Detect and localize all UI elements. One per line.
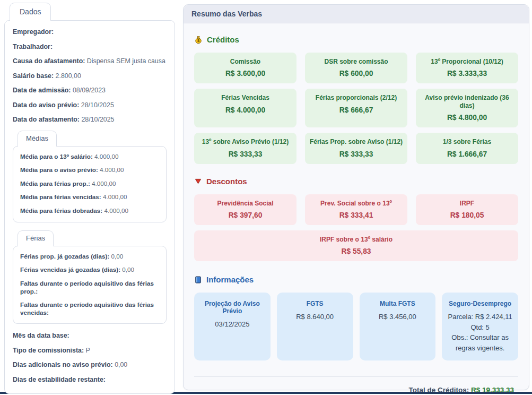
deduction-card-value: R$ 180,05 (420, 211, 514, 219)
info-card: FGTS R$ 8.640,00 (277, 293, 353, 360)
field-label: Mês da data base: (13, 332, 69, 339)
descontos-grid: Previdência Social R$ 397,60 Prev. Socia… (194, 194, 518, 262)
info-card-lines: 03/12/2025 (199, 319, 265, 330)
info-card-lines: Parcela: R$ 2.424,11Qtd: 5Obs.: Consulta… (447, 312, 513, 353)
field-value: 28/10/2025 (81, 116, 114, 123)
info-card-line: R$ 8.640,00 (282, 312, 348, 322)
credit-card-label: Férias Vencidas (198, 94, 292, 101)
info-card-title: Projeção do Aviso Prévio (199, 300, 265, 315)
ferias-box: Férias prop. já gozadas (dias): 0,00 Fér… (13, 246, 167, 324)
field-value: 4.000,00 (100, 166, 124, 173)
info-card-title: FGTS (282, 300, 348, 307)
credit-card-label: 1/3 sobre Férias (420, 138, 514, 145)
data-field-row: Mês da data base: (13, 332, 167, 340)
medias-box: Média para o 13º salário: 4.000,00 Média… (13, 146, 167, 222)
field-value: 4.000,00 (104, 207, 129, 214)
field-label: Data do afastamento: (13, 116, 80, 123)
info-card-line: Parcela: R$ 2.424,11 (447, 312, 513, 322)
deduction-card: IRPF sobre o 13º salário R$ 55,83 (194, 230, 518, 261)
deduction-card: Prev. Social sobre o 13º R$ 333,41 (305, 194, 407, 225)
field-value: 4.000,00 (94, 153, 119, 160)
ferias-group: Férias Férias prop. já gozadas (dias): 0… (13, 230, 167, 324)
data-field-row: Dias de estabilidade restante: (13, 376, 167, 384)
field-label: Férias vencidas já gozadas (dias): (20, 266, 120, 273)
extra-fields: Mês da data base: Tipo de comissionista:… (13, 332, 167, 384)
creditos-grid: Comissão R$ 3.600,00 DSR sobre comissão … (194, 53, 518, 164)
informacoes-grid: Projeção do Aviso Prévio 03/12/2025 FGTS… (194, 293, 518, 360)
credit-card-value: R$ 600,00 (309, 70, 403, 78)
info-card: Seguro-Desemprego Parcela: R$ 2.424,11Qt… (442, 293, 518, 360)
tab-ferias: Férias (18, 230, 54, 246)
data-field-row: Férias prop. já gozadas (dias): 0,00 (20, 253, 159, 261)
credit-card-label: Comissão (198, 58, 292, 65)
tab-medias: Médias (18, 131, 57, 147)
deduction-card-label: IRPF (420, 200, 514, 207)
field-label: Trabalhador: (13, 43, 53, 50)
field-value: 0,00 (115, 361, 127, 368)
data-field-row: Data do aviso prévio: 28/10/2025 (13, 101, 167, 110)
data-field-row: Média para férias prop.: 4.000,00 (20, 180, 159, 188)
field-label: Faltas durante o período aquisitivo das … (20, 301, 154, 316)
data-field-row: Média para férias dobradas: 4.000,00 (20, 207, 159, 215)
dados-fields: Empregador: Trabalhador: Causa do afasta… (13, 28, 167, 124)
field-label: Salário base: (13, 72, 54, 80)
field-value: 0,00 (111, 253, 123, 260)
data-field-row: Data de admissão: 08/09/2023 (13, 87, 167, 95)
descontos-section-header: Descontos (194, 177, 518, 186)
data-field-row: Dias adicionais no aviso prévio: 0,00 (13, 361, 167, 370)
data-field-row: Média para o 13º salário: 4.000,00 (20, 153, 159, 161)
credit-card-label: DSR sobre comissão (309, 58, 403, 65)
resumo-panel-title: Resumo das Verbas (184, 5, 529, 23)
credit-card: DSR sobre comissão R$ 600,00 (305, 53, 407, 83)
creditos-title: Créditos (207, 35, 239, 44)
field-label: Média para férias dobradas: (20, 207, 102, 214)
deduction-card-label: IRPF sobre o 13º salário (198, 236, 514, 243)
info-card: Projeção do Aviso Prévio 03/12/2025 (194, 293, 271, 360)
data-field-row: Média para férias vencidas: 4.000,00 (20, 193, 159, 201)
data-field-row: Empregador: (13, 28, 167, 37)
field-value: Dispensa SEM justa causa (87, 57, 165, 65)
credit-card-value: R$ 4.000,00 (198, 106, 292, 114)
field-value: 08/09/2023 (73, 87, 106, 94)
info-card-lines: R$ 8.640,00 (282, 312, 348, 322)
data-field-row: Tipo de comissionista: P (13, 347, 167, 355)
field-value: 28/10/2025 (81, 101, 114, 109)
credit-card: 13º Proporcional (10/12) R$ 3.333,33 (416, 53, 518, 83)
field-value: P (85, 347, 90, 354)
field-label: Média para o aviso prévio: (20, 166, 98, 173)
info-card: Multa FGTS R$ 3.456,00 (360, 293, 436, 360)
credit-card-label: Férias proporcionais (2/12) (309, 94, 403, 101)
resumo-panel-body: $ Créditos Comissão R$ 3.600,00 DSR sobr… (184, 23, 529, 395)
credit-card-value: R$ 666,67 (309, 106, 403, 114)
credit-card-value: R$ 3.600,00 (198, 70, 292, 78)
credit-card: Comissão R$ 3.600,00 (194, 53, 296, 83)
data-field-row: Faltas durante o período aquisitivo das … (20, 280, 159, 295)
book-icon (194, 276, 202, 284)
data-field-row: Férias vencidas já gozadas (dias): 0,00 (20, 266, 159, 274)
credit-card: Férias Vencidas R$ 4.000,00 (194, 89, 296, 127)
field-value: 4.000,00 (103, 193, 127, 200)
field-value: 2.800,00 (56, 72, 81, 80)
deduction-card: IRPF R$ 180,05 (416, 194, 518, 225)
money-bag-icon: $ (194, 36, 203, 44)
tab-dados: Dados (10, 3, 51, 21)
credit-card-label: 13º sobre Aviso Prévio (1/12) (198, 138, 292, 145)
info-card-line: Qtd: 5 (447, 322, 513, 333)
field-label: Média para férias prop.: (20, 180, 90, 187)
field-label: Tipo de comissionista: (13, 347, 84, 354)
field-label: Média para férias vencidas: (20, 193, 101, 200)
field-label: Dias de estabilidade restante: (13, 376, 106, 383)
data-field-row: Faltas durante o período aquisitivo das … (20, 301, 159, 316)
credit-card-label: Férias Prop. sobre Aviso (1/12) (309, 138, 403, 145)
credit-card-value: R$ 333,33 (198, 150, 292, 158)
credit-card: 13º sobre Aviso Prévio (1/12) R$ 333,33 (194, 133, 296, 164)
credit-card: Férias proporcionais (2/12) R$ 666,67 (305, 89, 407, 127)
field-label: Faltas durante o período aquisitivo das … (20, 280, 154, 295)
credit-card-label: Aviso prévio indenizado (36 dias) (420, 94, 514, 109)
field-value: 4.000,00 (92, 180, 116, 187)
field-value: 0,00 (122, 266, 134, 273)
medias-group: Médias Média para o 13º salário: 4.000,0… (13, 131, 167, 222)
data-field-row: Trabalhador: (13, 43, 167, 51)
field-label: Data do aviso prévio: (13, 101, 79, 109)
credit-card-value: R$ 1.666,67 (420, 150, 514, 158)
